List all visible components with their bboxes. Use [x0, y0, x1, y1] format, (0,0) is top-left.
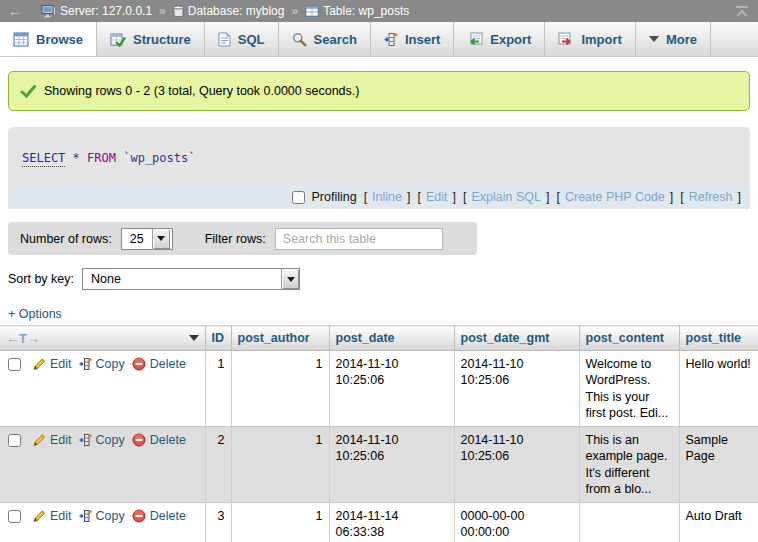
structure-icon	[110, 32, 126, 47]
delete-row-link[interactable]: Delete	[132, 356, 186, 372]
tab-import[interactable]: Import	[545, 22, 635, 56]
explain-sql-link[interactable]: Explain SQL	[471, 190, 540, 204]
delete-label[interactable]: Delete	[150, 356, 186, 372]
cell-post-date: 2014-11-10 10:25:06	[329, 427, 454, 503]
tab-sql[interactable]: SQL	[205, 22, 279, 56]
column-header-post-content[interactable]: post_content	[579, 326, 679, 351]
table-row: Edit Copy Delete	[0, 503, 758, 542]
bracket: ]	[407, 190, 410, 204]
delete-row-link[interactable]: Delete	[132, 508, 186, 524]
copy-icon	[79, 357, 92, 371]
row-select-checkbox[interactable]	[8, 434, 21, 447]
cell-id: 3	[205, 503, 231, 542]
copy-row-link[interactable]: Copy	[79, 508, 125, 524]
column-header-post-title[interactable]: post_title	[679, 326, 758, 351]
cell-post-date-gmt: 2014-11-10 10:25:06	[454, 351, 579, 427]
header-options-icon[interactable]	[189, 335, 199, 341]
copy-row-link[interactable]: Copy	[79, 356, 125, 372]
edit-query-link[interactable]: Edit	[426, 190, 448, 204]
edit-label[interactable]: Edit	[50, 356, 72, 372]
bracket: [	[556, 190, 559, 204]
breadcrumb-database[interactable]: Database: myblog	[173, 4, 285, 18]
import-icon	[558, 32, 574, 46]
profiling-label: Profiling	[311, 190, 356, 204]
column-visibility-icon[interactable]: ←T→	[6, 331, 40, 346]
breadcrumb-table-label[interactable]: Table: wp_posts	[323, 4, 409, 18]
column-header-post-author[interactable]: post_author	[231, 326, 329, 351]
sql-query-text: SELECT * FROM `wp_posts`	[8, 127, 750, 186]
chevron-down-icon	[649, 36, 659, 42]
inline-link[interactable]: Inline	[372, 190, 402, 204]
tab-search-label[interactable]: Search	[314, 32, 357, 47]
server-icon	[41, 4, 56, 18]
sql-keyword-select[interactable]: SELECT	[22, 151, 65, 167]
sql-operator: *	[73, 151, 80, 165]
edit-label[interactable]: Edit	[50, 508, 72, 524]
edit-row-link[interactable]: Edit	[32, 508, 72, 524]
column-header-post-date[interactable]: post_date	[329, 326, 454, 351]
rows-per-page-select[interactable]: 25	[121, 228, 173, 250]
column-header-post-date-gmt[interactable]: post_date_gmt	[454, 326, 579, 351]
tab-more-label[interactable]: More	[666, 32, 697, 47]
copy-row-link[interactable]: Copy	[79, 432, 125, 448]
edit-row-link[interactable]: Edit	[32, 356, 72, 372]
sql-query-box: SELECT * FROM `wp_posts` Profiling [ Inl…	[8, 127, 750, 209]
nav-panel-toggle-icon[interactable]: ←	[8, 3, 22, 19]
status-text: Showing rows 0 - 2 (3 total, Query took …	[44, 84, 359, 98]
cell-post-title: Hello world!	[679, 351, 758, 427]
cell-post-title: Sample Page	[679, 427, 758, 503]
breadcrumb-server-label[interactable]: Server: 127.0.0.1	[60, 4, 152, 18]
search-icon	[292, 32, 307, 47]
profiling-checkbox[interactable]	[292, 191, 305, 204]
copy-label[interactable]: Copy	[96, 508, 125, 524]
pencil-icon	[32, 509, 46, 523]
delete-icon	[132, 357, 146, 371]
tab-import-label[interactable]: Import	[581, 32, 621, 47]
edit-label[interactable]: Edit	[50, 432, 72, 448]
refresh-link[interactable]: Refresh	[689, 190, 733, 204]
chevron-down-icon[interactable]	[152, 229, 170, 249]
tab-export-label[interactable]: Export	[490, 32, 531, 47]
cell-post-title: Auto Draft	[679, 503, 758, 542]
delete-icon	[132, 433, 146, 447]
bracket: ]	[546, 190, 549, 204]
tab-insert[interactable]: Insert	[371, 22, 454, 56]
breadcrumb-database-label[interactable]: Database: myblog	[188, 4, 285, 18]
copy-label[interactable]: Copy	[96, 356, 125, 372]
breadcrumb-server[interactable]: Server: 127.0.0.1	[41, 4, 152, 18]
edit-row-link[interactable]: Edit	[32, 432, 72, 448]
tab-browse[interactable]: Browse	[0, 22, 97, 56]
export-icon	[467, 32, 483, 46]
tab-sql-label[interactable]: SQL	[238, 32, 265, 47]
collapse-top-icon[interactable]	[734, 5, 750, 18]
delete-label[interactable]: Delete	[150, 508, 186, 524]
cell-post-date: 2014-11-10 10:25:06	[329, 351, 454, 427]
options-toggle-link[interactable]: + Options	[8, 307, 62, 321]
copy-icon	[79, 433, 92, 447]
tab-export[interactable]: Export	[454, 22, 545, 56]
delete-label[interactable]: Delete	[150, 432, 186, 448]
tab-browse-label[interactable]: Browse	[36, 32, 83, 47]
tab-more[interactable]: More	[636, 22, 711, 56]
cell-post-date-gmt: 2014-11-10 10:25:06	[454, 427, 579, 503]
cell-id: 1	[205, 351, 231, 427]
sort-by-key-select[interactable]: None	[82, 268, 300, 290]
tab-insert-label[interactable]: Insert	[405, 32, 440, 47]
tab-structure[interactable]: Structure	[97, 22, 205, 56]
delete-icon	[132, 509, 146, 523]
pencil-icon	[32, 433, 46, 447]
create-php-code-link[interactable]: Create PHP Code	[565, 190, 665, 204]
tab-search[interactable]: Search	[279, 22, 371, 56]
chevron-down-icon[interactable]	[281, 269, 299, 289]
breadcrumb-table[interactable]: Table: wp_posts	[305, 4, 409, 18]
delete-row-link[interactable]: Delete	[132, 432, 186, 448]
row-select-checkbox[interactable]	[8, 358, 21, 371]
bracket: [	[680, 190, 683, 204]
copy-icon	[79, 509, 92, 523]
row-select-checkbox[interactable]	[8, 510, 21, 523]
column-header-id[interactable]: ID	[205, 326, 231, 351]
table-filter-input[interactable]	[275, 228, 443, 250]
breadcrumb-separator: »	[159, 4, 166, 18]
tab-structure-label[interactable]: Structure	[133, 32, 191, 47]
copy-label[interactable]: Copy	[96, 432, 125, 448]
